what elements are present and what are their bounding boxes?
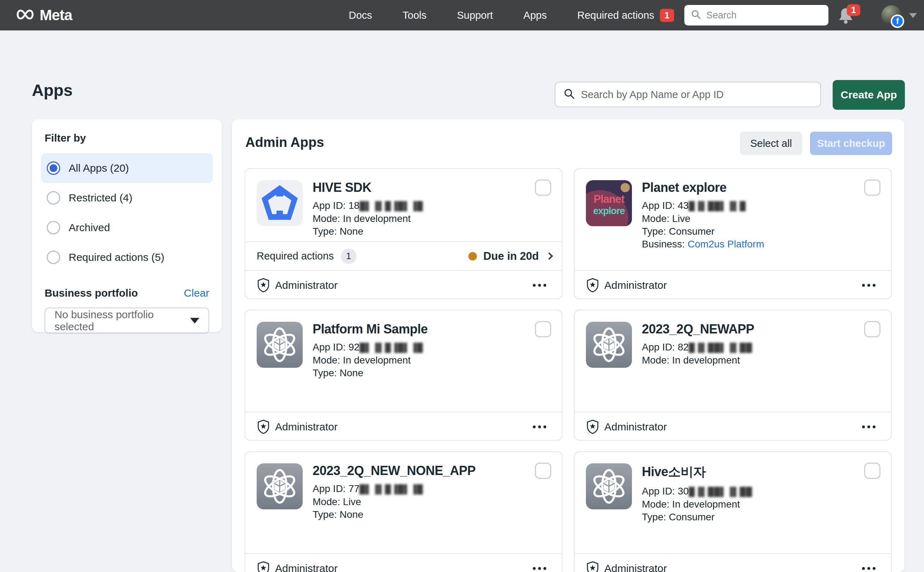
app-business: Business: Com2us Platform [642, 238, 764, 250]
admin-shield-icon [586, 561, 599, 572]
redacted-app-id: █▐▌██▌▐▌█ [689, 201, 746, 211]
notifications-button[interactable]: 1 [838, 6, 859, 27]
app-id: App ID: 43█▐▌██▌▐▌█ [642, 199, 764, 212]
app-card-platform-mi-sample: Platform Mi Sample App ID: 92█▌▐▌█▐█▌▐█ … [245, 310, 563, 441]
radio-icon [47, 191, 60, 205]
redacted-app-id: █▐▌██▌▐▌██ [689, 487, 752, 496]
app-type: Type: None [313, 225, 423, 238]
redacted-app-id: █▌▐▌█▐█▌▐█ [359, 201, 423, 211]
app-id: App ID: 92█▌▐▌█▐█▌▐█ [313, 341, 428, 354]
app-select-checkbox[interactable] [864, 321, 880, 337]
business-portfolio-dropdown[interactable]: No business portfolio selected [45, 308, 209, 334]
app-name: Hive소비자 [642, 463, 752, 481]
app-search-input[interactable] [581, 89, 812, 101]
admin-shield-icon [586, 420, 599, 434]
nav-item-tools[interactable]: Tools [403, 9, 426, 21]
start-checkup-button[interactable]: Start checkup [810, 132, 892, 155]
app-mode: Mode: In development [642, 498, 752, 511]
app-mode: Mode: In development [313, 354, 428, 367]
default-app-icon [586, 463, 632, 509]
radio-icon [47, 221, 60, 234]
app-type: Type: None [313, 367, 428, 379]
app-mode: Mode: In development [313, 212, 423, 225]
page-title: Apps [32, 81, 73, 100]
app-mode: Mode: Live [313, 496, 476, 508]
filter-option-archived[interactable]: Archived [41, 213, 213, 242]
filter-title: Filter by [45, 132, 209, 144]
app-select-checkbox[interactable] [535, 179, 551, 196]
admin-shield-icon [257, 561, 270, 572]
facebook-badge-icon: f [891, 14, 904, 28]
app-id: App ID: 18█▌▐▌█▐█▌▐█ [313, 199, 423, 212]
notification-count-badge: 1 [847, 4, 860, 16]
role-label: Administrator [257, 420, 338, 434]
app-id: App ID: 82█▐▌██▌▐▌██ [642, 341, 754, 354]
app-type: Type: None [313, 508, 476, 521]
hive-app-icon [257, 180, 303, 226]
filter-option-all-apps[interactable]: All Apps (20) [41, 153, 213, 183]
app-select-checkbox[interactable] [535, 321, 551, 337]
more-options-button[interactable] [859, 280, 879, 290]
apps-dashboard-page: Meta Docs Tools Support Apps Required ac… [0, 0, 924, 572]
app-search [555, 82, 821, 107]
app-name: Planet explore [642, 180, 764, 195]
admin-apps-panel: Admin Apps Select all Start checkup [232, 119, 905, 572]
app-card-hive-sdk: HIVE SDK App ID: 18█▌▐▌█▐█▌▐█ Mode: In d… [245, 168, 563, 299]
app-select-checkbox[interactable] [535, 463, 551, 479]
default-app-icon [586, 322, 632, 368]
chevron-down-icon[interactable] [909, 13, 917, 18]
create-app-button[interactable]: Create App [833, 80, 905, 110]
required-actions-label: Required actions 1 [257, 249, 356, 264]
meta-logo[interactable]: Meta [14, 0, 72, 30]
planet-explore-app-icon: Planetexplore [586, 180, 632, 226]
admin-shield-icon [586, 278, 599, 293]
radio-selected-icon [47, 162, 60, 175]
due-link[interactable]: Due in 20d [468, 250, 552, 263]
nav-item-apps[interactable]: Apps [523, 9, 547, 21]
more-options-button[interactable] [529, 280, 550, 290]
profile-menu[interactable]: f [882, 5, 901, 25]
app-card-2023-2q-new-none-app: 2023_2Q_NEW_NONE_APP App ID: 77█▌▐▌█▐█▌▐… [245, 451, 563, 572]
admin-shield-icon [257, 278, 270, 293]
redacted-app-id: █▐▌██▌▐▌██ [689, 343, 752, 352]
filter-option-required-actions[interactable]: Required actions (5) [41, 242, 213, 272]
select-all-button[interactable]: Select all [740, 132, 802, 155]
app-type: Type: Consumer [642, 511, 752, 524]
required-actions-count: 1 [341, 249, 356, 264]
app-select-checkbox[interactable] [864, 179, 880, 196]
role-label: Administrator [257, 278, 338, 293]
role-label: Administrator [586, 278, 667, 293]
more-options-button[interactable] [859, 564, 879, 572]
nav-item-required-actions[interactable]: Required actions 1 [577, 9, 674, 22]
due-status-dot-icon [468, 252, 477, 261]
app-name: Platform Mi Sample [313, 322, 428, 337]
meta-infinity-icon [14, 8, 36, 22]
app-select-checkbox[interactable] [864, 463, 880, 479]
more-options-button[interactable] [859, 422, 879, 432]
filter-option-restricted[interactable]: Restricted (4) [41, 183, 213, 213]
default-app-icon [257, 463, 303, 509]
nav-item-docs[interactable]: Docs [349, 9, 372, 21]
more-options-button[interactable] [529, 564, 550, 572]
more-options-button[interactable] [529, 422, 550, 432]
section-title: Admin Apps [245, 135, 324, 150]
search-icon [691, 9, 701, 21]
top-nav: Meta Docs Tools Support Apps Required ac… [0, 0, 924, 30]
admin-shield-icon [257, 420, 270, 434]
app-name: 2023_2Q_NEW_NONE_APP [313, 463, 476, 478]
app-mode: Mode: In development [642, 354, 754, 367]
bell-icon [838, 19, 854, 25]
clear-portfolio-link[interactable]: Clear [184, 287, 209, 299]
app-card-2023-2q-newapp: 2023_2Q_NEWAPP App ID: 82█▐▌██▌▐▌██ Mode… [574, 310, 892, 441]
chevron-right-icon [546, 252, 553, 260]
nav-links: Docs Tools Support Apps Required actions… [349, 0, 674, 30]
radio-icon [47, 250, 60, 264]
app-card-planet-explore: Planetexplore Planet explore App ID: 43█… [574, 168, 892, 299]
nav-item-support[interactable]: Support [457, 9, 493, 21]
caret-down-icon [190, 318, 199, 323]
nav-search-input[interactable] [706, 10, 822, 21]
redacted-app-id: █▌▐▌█▐█▌▐█ [359, 484, 423, 494]
app-id: App ID: 30█▐▌██▌▐▌██ [642, 485, 752, 498]
business-link[interactable]: Com2us Platform [688, 239, 764, 250]
required-actions-badge: 1 [660, 9, 674, 22]
